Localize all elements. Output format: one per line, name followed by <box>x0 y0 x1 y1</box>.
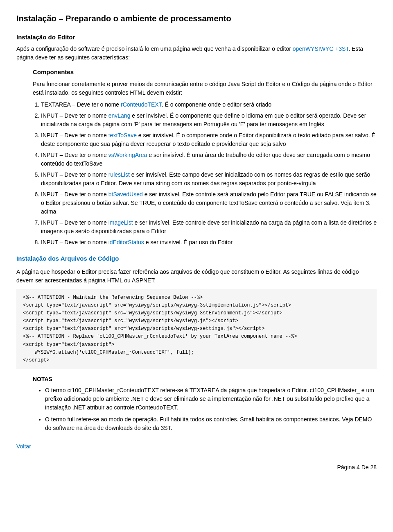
note-item: O termo ct100_CPHMaster_rConteudoTEXT re… <box>45 386 377 412</box>
item2-prefix: INPUT – Deve ter o nome <box>41 112 108 119</box>
section1-heading: Instalação do Editor <box>16 33 377 42</box>
list-item: INPUT – Deve ter o nome envLang e ser in… <box>41 111 377 129</box>
list-item: INPUT – Deve ter o nome idEditorStatus e… <box>41 238 377 247</box>
editor-link[interactable]: openWYSIWYG +3ST <box>293 45 349 52</box>
item2-link: envLang <box>108 112 131 119</box>
item4-link: vsWorkingArea <box>108 152 147 158</box>
item6-link: btSavedUsed <box>108 191 143 198</box>
code-content: <%-- ATTENTION - Maintain the Referencin… <box>23 295 297 364</box>
intro-paragraph: Após a configuração do software é precis… <box>16 45 377 62</box>
item1-suffix: . É o componente onde o editor será cria… <box>162 101 272 108</box>
item5-prefix: INPUT – Deve ter o nome <box>41 171 108 178</box>
notes-title: NOTAS <box>33 375 377 384</box>
item3-link: textToSave <box>108 132 137 139</box>
item7-link: imageList <box>108 219 133 226</box>
note-item: O termo full refere-se ao modo de operaç… <box>45 415 377 432</box>
item3-prefix: INPUT – Deve ter o nome <box>41 132 108 139</box>
back-link[interactable]: Voltar <box>16 442 377 451</box>
item7-prefix: INPUT – Deve ter o nome <box>41 219 108 226</box>
item6-prefix: INPUT – Deve ter o nome <box>41 191 108 198</box>
list-item: INPUT – Deve ter o nome imageList e ser … <box>41 218 377 236</box>
item8-prefix: INPUT – Deve ter o nome <box>41 239 108 246</box>
list-item: INPUT – Deve ter o nome rulesList e ser … <box>41 171 377 188</box>
list-item: INPUT – Deve ter o nome btSavedUsed e se… <box>41 190 377 216</box>
item8-suffix: e ser invisível. É par uso do Editor <box>144 239 233 246</box>
section2-title: Instalação dos Arquivos de Código <box>16 254 377 264</box>
list-item: INPUT – Deve ter o nome vsWorkingArea e … <box>41 151 377 168</box>
notes-list: O termo ct100_CPHMaster_rConteudoTEXT re… <box>45 386 377 432</box>
components-list: TEXTAREA – Deve ter o nome rConteudoTEXT… <box>41 100 377 247</box>
item8-link: idEditorStatus <box>108 239 144 246</box>
notes-section: NOTAS O termo ct100_CPHMaster_rConteudoT… <box>33 375 377 432</box>
section2-intro: A página que hospedar o Editor precisa f… <box>16 268 377 285</box>
page-footer: Página 4 De 28 <box>16 463 377 472</box>
list-item: INPUT – Deve ter o nome textToSave e ser… <box>41 131 377 148</box>
item1-prefix: TEXTAREA – Deve ter o nome <box>41 101 121 108</box>
item1-link: rConteudoTEXT <box>121 101 162 108</box>
page-title: Instalação – Preparando o ambiente de pr… <box>16 12 377 25</box>
intro-text-before: Após a configuração do software é precis… <box>16 45 293 52</box>
list-item: TEXTAREA – Deve ter o nome rConteudoTEXT… <box>41 100 377 109</box>
code-block: <%-- ATTENTION - Maintain the Referencin… <box>16 289 377 370</box>
item4-prefix: INPUT – Deve ter o nome <box>41 152 108 158</box>
item5-link: rulesList <box>108 171 130 178</box>
components-heading: Componentes <box>33 68 377 77</box>
components-intro: Para funcionar corretamente e prover mei… <box>33 80 377 97</box>
